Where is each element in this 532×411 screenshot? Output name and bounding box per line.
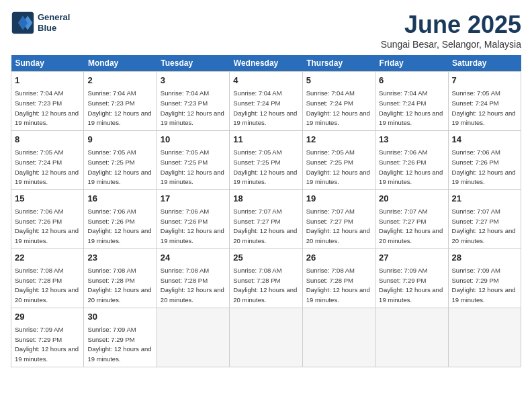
calendar-cell: 20 Sunrise: 7:07 AMSunset: 7:27 PMDaylig… — [375, 189, 448, 248]
calendar-cell: 12 Sunrise: 7:05 AMSunset: 7:25 PMDaylig… — [302, 130, 375, 189]
day-number: 8 — [15, 134, 80, 146]
header-saturday: Saturday — [448, 55, 521, 72]
day-number: 29 — [15, 311, 80, 323]
day-info: Sunrise: 7:04 AMSunset: 7:23 PMDaylight:… — [161, 89, 224, 126]
calendar-cell: 21 Sunrise: 7:07 AMSunset: 7:27 PMDaylig… — [448, 189, 521, 248]
calendar-cell: 24 Sunrise: 7:08 AMSunset: 7:28 PMDaylig… — [157, 248, 229, 308]
day-info: Sunrise: 7:05 AMSunset: 7:25 PMDaylight:… — [161, 148, 224, 185]
calendar-cell: 18 Sunrise: 7:07 AMSunset: 7:27 PMDaylig… — [230, 189, 302, 248]
day-number: 6 — [379, 75, 444, 87]
day-number: 13 — [379, 134, 444, 146]
day-info: Sunrise: 7:05 AMSunset: 7:25 PMDaylight:… — [87, 148, 151, 185]
day-info: Sunrise: 7:08 AMSunset: 7:28 PMDaylight:… — [87, 267, 151, 304]
week-row-4: 22 Sunrise: 7:08 AMSunset: 7:28 PMDaylig… — [11, 248, 521, 308]
calendar-cell — [157, 308, 229, 367]
calendar-cell: 26 Sunrise: 7:08 AMSunset: 7:28 PMDaylig… — [302, 248, 375, 308]
day-number: 9 — [87, 134, 152, 146]
day-number: 7 — [452, 75, 517, 87]
calendar-cell: 1 Sunrise: 7:04 AMSunset: 7:23 PMDayligh… — [11, 72, 84, 131]
calendar-cell: 15 Sunrise: 7:06 AMSunset: 7:26 PMDaylig… — [11, 189, 84, 248]
day-number: 10 — [161, 134, 226, 146]
header-wednesday: Wednesday — [230, 55, 302, 72]
calendar-cell: 7 Sunrise: 7:05 AMSunset: 7:24 PMDayligh… — [448, 72, 521, 131]
calendar-cell: 4 Sunrise: 7:04 AMSunset: 7:24 PMDayligh… — [230, 72, 302, 131]
page-header: General Blue June 2025 Sungai Besar, Sel… — [11, 11, 521, 50]
header-friday: Friday — [375, 55, 448, 72]
day-number: 4 — [233, 75, 298, 87]
calendar-cell: 10 Sunrise: 7:05 AMSunset: 7:25 PMDaylig… — [157, 130, 229, 189]
calendar-body: 1 Sunrise: 7:04 AMSunset: 7:23 PMDayligh… — [11, 72, 521, 367]
calendar-cell — [375, 308, 448, 367]
calendar-cell: 16 Sunrise: 7:06 AMSunset: 7:26 PMDaylig… — [84, 189, 157, 248]
calendar-cell: 28 Sunrise: 7:09 AMSunset: 7:29 PMDaylig… — [448, 248, 521, 308]
calendar-cell: 22 Sunrise: 7:08 AMSunset: 7:28 PMDaylig… — [11, 248, 84, 308]
day-info: Sunrise: 7:08 AMSunset: 7:28 PMDaylight:… — [306, 267, 370, 304]
day-info: Sunrise: 7:04 AMSunset: 7:23 PMDaylight:… — [87, 89, 151, 126]
calendar-cell — [448, 308, 521, 367]
day-info: Sunrise: 7:07 AMSunset: 7:27 PMDaylight:… — [233, 208, 297, 244]
calendar-cell: 6 Sunrise: 7:04 AMSunset: 7:24 PMDayligh… — [375, 72, 448, 131]
day-info: Sunrise: 7:06 AMSunset: 7:26 PMDaylight:… — [161, 208, 224, 244]
day-number: 5 — [306, 75, 371, 87]
header-tuesday: Tuesday — [157, 55, 229, 72]
logo-line1: General — [38, 12, 70, 23]
calendar-cell — [302, 308, 375, 367]
day-number: 15 — [15, 193, 80, 205]
calendar-cell: 11 Sunrise: 7:05 AMSunset: 7:25 PMDaylig… — [230, 130, 302, 189]
day-info: Sunrise: 7:05 AMSunset: 7:24 PMDaylight:… — [452, 89, 516, 126]
day-number: 19 — [306, 193, 371, 205]
calendar-cell: 2 Sunrise: 7:04 AMSunset: 7:23 PMDayligh… — [84, 72, 157, 131]
title-area: June 2025 Sungai Besar, Selangor, Malays… — [381, 11, 521, 50]
calendar-cell: 8 Sunrise: 7:05 AMSunset: 7:24 PMDayligh… — [11, 130, 84, 189]
calendar-cell: 13 Sunrise: 7:06 AMSunset: 7:26 PMDaylig… — [375, 130, 448, 189]
day-info: Sunrise: 7:05 AMSunset: 7:25 PMDaylight:… — [306, 148, 370, 185]
header-sunday: Sunday — [11, 55, 84, 72]
day-info: Sunrise: 7:06 AMSunset: 7:26 PMDaylight:… — [452, 148, 516, 185]
day-info: Sunrise: 7:09 AMSunset: 7:29 PMDaylight:… — [379, 267, 443, 304]
day-info: Sunrise: 7:06 AMSunset: 7:26 PMDaylight:… — [15, 208, 79, 244]
calendar-cell: 19 Sunrise: 7:07 AMSunset: 7:27 PMDaylig… — [302, 189, 375, 248]
day-info: Sunrise: 7:06 AMSunset: 7:26 PMDaylight:… — [87, 208, 151, 244]
day-number: 16 — [87, 193, 152, 205]
week-row-5: 29 Sunrise: 7:09 AMSunset: 7:29 PMDaylig… — [11, 308, 521, 367]
day-number: 20 — [379, 193, 444, 205]
calendar-cell — [230, 308, 302, 367]
calendar-table: SundayMondayTuesdayWednesdayThursdayFrid… — [11, 55, 521, 367]
day-info: Sunrise: 7:07 AMSunset: 7:27 PMDaylight:… — [379, 208, 443, 244]
day-info: Sunrise: 7:05 AMSunset: 7:24 PMDaylight:… — [15, 148, 79, 185]
logo-line2: Blue — [38, 23, 70, 34]
day-info: Sunrise: 7:09 AMSunset: 7:29 PMDaylight:… — [87, 326, 151, 363]
day-info: Sunrise: 7:04 AMSunset: 7:24 PMDaylight:… — [233, 89, 297, 126]
calendar-cell: 17 Sunrise: 7:06 AMSunset: 7:26 PMDaylig… — [157, 189, 229, 248]
day-info: Sunrise: 7:07 AMSunset: 7:27 PMDaylight:… — [452, 208, 516, 244]
day-number: 18 — [233, 193, 298, 205]
day-info: Sunrise: 7:05 AMSunset: 7:25 PMDaylight:… — [233, 148, 297, 185]
calendar-cell: 27 Sunrise: 7:09 AMSunset: 7:29 PMDaylig… — [375, 248, 448, 308]
logo-icon — [11, 11, 35, 35]
day-info: Sunrise: 7:04 AMSunset: 7:24 PMDaylight:… — [306, 89, 370, 126]
day-number: 24 — [161, 252, 226, 264]
logo-text: General Blue — [38, 12, 70, 33]
calendar-cell: 25 Sunrise: 7:08 AMSunset: 7:28 PMDaylig… — [230, 248, 302, 308]
header-thursday: Thursday — [302, 55, 375, 72]
calendar-cell: 14 Sunrise: 7:06 AMSunset: 7:26 PMDaylig… — [448, 130, 521, 189]
day-number: 23 — [87, 252, 152, 264]
day-number: 27 — [379, 252, 444, 264]
calendar-cell: 5 Sunrise: 7:04 AMSunset: 7:24 PMDayligh… — [302, 72, 375, 131]
header-monday: Monday — [84, 55, 157, 72]
day-info: Sunrise: 7:09 AMSunset: 7:29 PMDaylight:… — [15, 326, 79, 363]
day-info: Sunrise: 7:06 AMSunset: 7:26 PMDaylight:… — [379, 148, 443, 185]
day-number: 17 — [161, 193, 226, 205]
calendar-cell: 3 Sunrise: 7:04 AMSunset: 7:23 PMDayligh… — [157, 72, 229, 131]
week-row-3: 15 Sunrise: 7:06 AMSunset: 7:26 PMDaylig… — [11, 189, 521, 248]
logo: General Blue — [11, 11, 70, 35]
day-number: 22 — [15, 252, 80, 264]
day-number: 14 — [452, 134, 517, 146]
location-subtitle: Sungai Besar, Selangor, Malaysia — [381, 39, 521, 50]
day-info: Sunrise: 7:08 AMSunset: 7:28 PMDaylight:… — [15, 267, 79, 304]
day-number: 28 — [452, 252, 517, 264]
day-info: Sunrise: 7:04 AMSunset: 7:23 PMDaylight:… — [15, 89, 79, 126]
week-row-1: 1 Sunrise: 7:04 AMSunset: 7:23 PMDayligh… — [11, 72, 521, 131]
week-row-2: 8 Sunrise: 7:05 AMSunset: 7:24 PMDayligh… — [11, 130, 521, 189]
day-number: 1 — [15, 75, 80, 87]
